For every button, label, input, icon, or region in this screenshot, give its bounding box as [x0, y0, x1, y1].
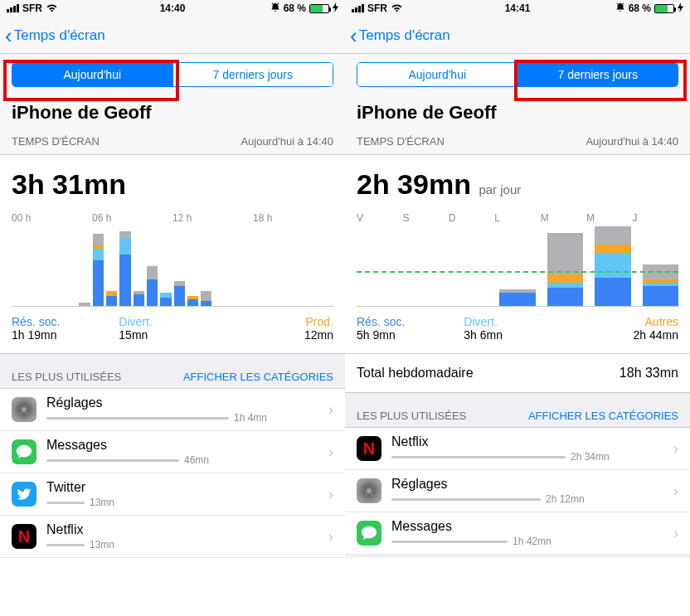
axis-label: M — [586, 212, 632, 224]
app-duration: 1h 4mn — [234, 412, 267, 424]
settings-icon — [12, 397, 36, 422]
usage-bar — [391, 498, 541, 501]
axis-label: 00 h — [12, 212, 92, 224]
settings-icon — [357, 478, 381, 503]
twitter-icon — [12, 482, 36, 507]
axis-label: 18 h — [253, 212, 333, 224]
back-label: Temps d'écran — [359, 27, 450, 44]
legend-prod: Prod.12mn — [226, 315, 333, 342]
chevron-right-icon: › — [673, 483, 678, 500]
app-row-settings[interactable]: Réglages1h 4mn› — [0, 388, 345, 431]
most-used-title: LES PLUS UTILISÉES — [357, 410, 466, 422]
app-duration: 46mn — [184, 454, 209, 466]
nav-header: ‹ Temps d'écran — [345, 17, 690, 54]
app-row-twitter[interactable]: Twitter13mn› — [0, 473, 345, 516]
section-timestamp: Aujourd'hui à 14:40 — [586, 135, 678, 148]
usage-card: 2h 39mn par jour VSDLMMJ Rés. soc.5h 9mn… — [345, 154, 690, 393]
usage-bar — [391, 456, 566, 458]
hourly-chart[interactable]: 00 h06 h12 h18 h — [12, 209, 333, 307]
app-row-netflix[interactable]: NNetflix2h 34mn› — [345, 427, 690, 470]
section-label: TEMPS D'ÉCRAN — [12, 135, 100, 148]
usage-bar — [46, 417, 229, 420]
app-duration: 13mn — [90, 539, 114, 551]
back-button[interactable]: ‹ Temps d'écran — [5, 25, 105, 46]
clock: 14:40 — [0, 2, 345, 14]
total-time: 2h 39mn par jour — [345, 155, 690, 204]
axis-label: D — [449, 212, 494, 224]
app-name: Réglages — [391, 477, 673, 492]
device-title: iPhone de Geoff — [345, 99, 690, 135]
chart-bar — [187, 296, 198, 306]
app-duration: 2h 34mn — [571, 451, 610, 463]
screen-week: SFR 14:41 68 % ‹ Temps d'écran Aujourd'h… — [345, 0, 690, 558]
app-name: Réglages — [46, 395, 328, 410]
usage-bar — [46, 544, 85, 546]
usage-bar — [46, 459, 179, 462]
axis-label: L — [494, 212, 540, 224]
back-label: Temps d'écran — [14, 27, 105, 44]
section-timestamp: Aujourd'hui à 14:40 — [241, 135, 333, 148]
chevron-left-icon: ‹ — [350, 25, 357, 46]
chart-bar — [499, 289, 535, 306]
chart-bar — [595, 226, 630, 306]
app-name: Messages — [391, 519, 673, 534]
back-button[interactable]: ‹ Temps d'écran — [350, 25, 450, 46]
segmented-control: Aujourd'hui 7 derniers jours — [12, 62, 333, 87]
chart-bar — [134, 291, 144, 306]
app-name: Twitter — [46, 480, 328, 495]
legend-autres: Autres2h 44mn — [571, 315, 678, 342]
legend-soc: Rés. soc.1h 19mn — [12, 315, 119, 342]
chart-bar — [119, 231, 130, 306]
chevron-right-icon: › — [328, 401, 333, 419]
messages-icon — [357, 521, 381, 546]
app-name: Netflix — [391, 434, 673, 449]
tab-today[interactable]: Aujourd'hui — [357, 63, 518, 86]
battery-icon — [309, 4, 329, 13]
legend-soc: Rés. soc.5h 9mn — [357, 315, 464, 342]
daily-chart[interactable]: VSDLMMJ — [357, 209, 678, 307]
legend-div: Divert.3h 6mn — [464, 315, 571, 342]
app-name: Messages — [46, 438, 328, 453]
messages-icon — [12, 439, 36, 464]
usage-bar — [46, 502, 85, 504]
status-bar: SFR 14:41 68 % — [345, 0, 690, 17]
axis-label: S — [402, 212, 448, 224]
most-used-title: LES PLUS UTILISÉES — [12, 371, 121, 383]
chart-legend: Rés. soc.5h 9mnDivert.3h 6mnAutres2h 44m… — [345, 307, 690, 353]
total-time: 3h 31mn — [0, 155, 345, 204]
chevron-right-icon: › — [673, 525, 678, 542]
clock: 14:41 — [345, 2, 690, 14]
status-bar: SFR 14:40 68 % — [0, 0, 345, 17]
app-duration: 2h 12mn — [546, 493, 585, 505]
chevron-right-icon: › — [328, 486, 333, 503]
axis-label: M — [541, 212, 586, 224]
show-categories-link[interactable]: AFFICHER LES CATÉGORIES — [183, 371, 333, 383]
weekly-total-row: Total hebdomadaire 18h 33mn — [345, 353, 690, 392]
netflix-icon: N — [357, 436, 381, 461]
app-duration: 1h 42mn — [513, 536, 552, 547]
axis-label: J — [633, 212, 678, 224]
netflix-icon: N — [12, 524, 36, 549]
tab-week[interactable]: 7 derniers jours — [518, 63, 678, 86]
app-row-netflix[interactable]: NNetflix13mn› — [0, 516, 345, 558]
legend-div: Divert.15mn — [119, 315, 226, 342]
tab-today[interactable]: Aujourd'hui — [12, 63, 172, 86]
axis-label: V — [357, 212, 402, 224]
usage-card: 3h 31mn 00 h06 h12 h18 h Rés. soc.1h 19m… — [0, 154, 345, 354]
app-row-messages[interactable]: Messages46mn› — [0, 431, 345, 473]
tab-week[interactable]: 7 derniers jours — [172, 63, 333, 86]
show-categories-link[interactable]: AFFICHER LES CATÉGORIES — [528, 410, 678, 422]
chart-bar — [93, 234, 104, 306]
device-title: iPhone de Geoff — [0, 99, 345, 135]
chart-bar — [174, 281, 185, 306]
segmented-control: Aujourd'hui 7 derniers jours — [357, 62, 678, 87]
nav-header: ‹ Temps d'écran — [0, 17, 345, 54]
app-row-messages[interactable]: Messages1h 42mn› — [345, 512, 690, 555]
usage-bar — [391, 541, 508, 543]
section-label: TEMPS D'ÉCRAN — [357, 135, 445, 148]
app-name: Netflix — [46, 522, 328, 537]
app-row-settings[interactable]: Réglages2h 12mn› — [345, 470, 690, 512]
screen-today: SFR 14:40 68 % ‹ Temps d'écran Aujourd'h… — [0, 0, 345, 558]
chevron-right-icon: › — [328, 444, 333, 461]
chart-bar — [547, 233, 583, 306]
